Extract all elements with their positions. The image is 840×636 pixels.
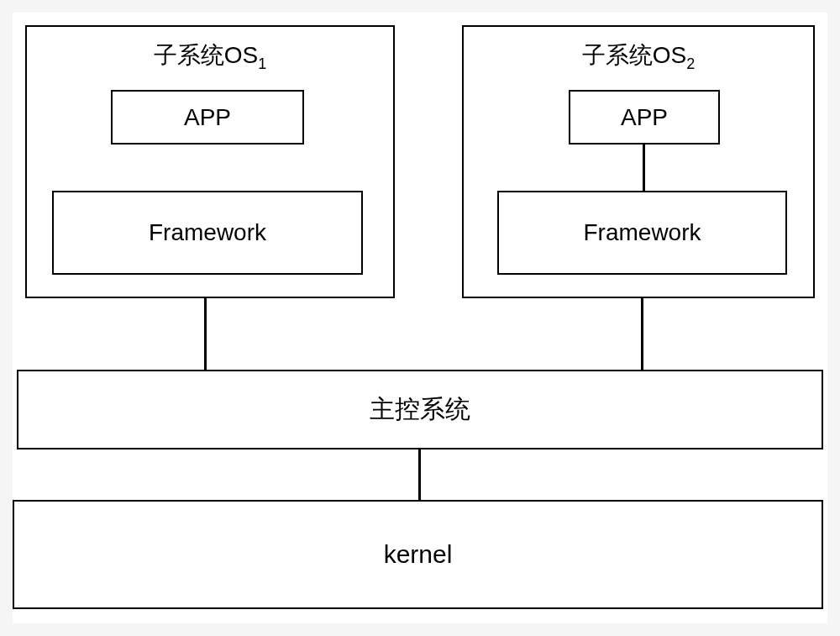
subsystem-os1-title: 子系统OS1 — [27, 27, 393, 81]
subsystem-os1-title-number: 1 — [258, 55, 266, 72]
subsystem-os2-framework-label: Framework — [583, 219, 701, 246]
connector-framework2-main — [641, 298, 643, 370]
kernel-box: kernel — [13, 500, 823, 609]
subsystem-os1: 子系统OS1 APP Framework — [25, 25, 395, 298]
subsystem-os2-title-prefix: 子系统OS — [582, 42, 686, 68]
diagram-container: 子系统OS1 APP Framework 子系统OS2 APP Framewor… — [13, 13, 827, 623]
subsystem-os2-title-number: 2 — [686, 55, 695, 72]
main-control-box: 主控系统 — [17, 370, 823, 449]
subsystem-os1-app-label: APP — [184, 104, 231, 131]
subsystem-os1-title-prefix: 子系统OS — [154, 42, 258, 68]
subsystem-os1-framework-label: Framework — [149, 219, 266, 246]
subsystem-os1-app-box: APP — [111, 90, 304, 145]
main-control-label: 主控系统 — [370, 392, 470, 427]
connector-app2-framework2 — [643, 145, 645, 191]
subsystem-os2-framework-box: Framework — [497, 191, 787, 275]
subsystem-os2: 子系统OS2 APP Framework — [462, 25, 815, 298]
subsystem-os1-framework-box: Framework — [52, 191, 363, 275]
connector-framework1-main — [204, 298, 207, 370]
subsystem-os2-app-label: APP — [621, 104, 668, 131]
subsystem-os2-app-box: APP — [569, 90, 720, 145]
subsystem-os2-title: 子系统OS2 — [464, 27, 813, 81]
connector-main-kernel — [418, 449, 421, 500]
kernel-label: kernel — [384, 540, 453, 569]
